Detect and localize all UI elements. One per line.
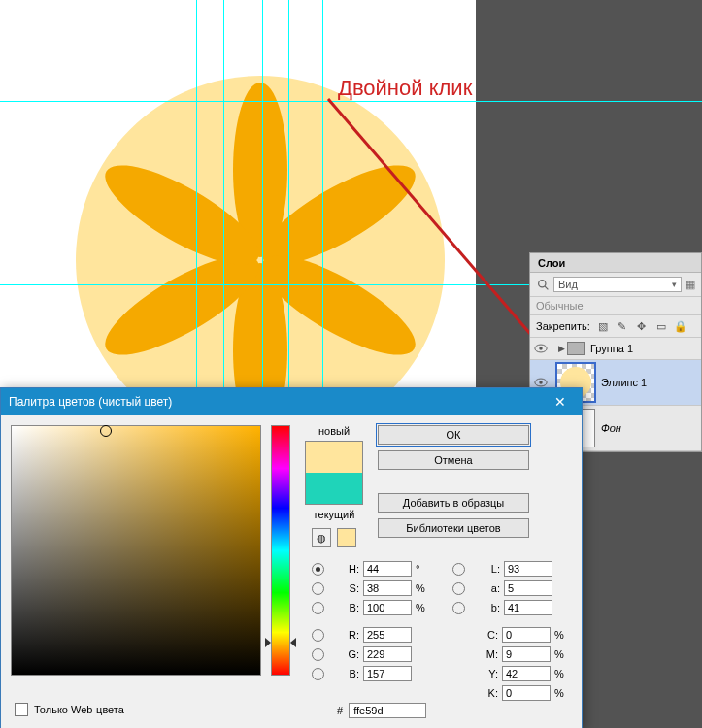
hex-input[interactable]: ffe59d xyxy=(349,703,426,718)
layer-group[interactable]: ▶ Группа 1 xyxy=(530,338,701,360)
dialog-titlebar[interactable]: Палитра цветов (чистый цвет) ✕ xyxy=(1,388,582,415)
dialog-title: Палитра цветов (чистый цвет) xyxy=(9,395,172,409)
radio-b2[interactable] xyxy=(452,602,465,614)
k-input[interactable]: 0 xyxy=(502,685,551,701)
color-field[interactable] xyxy=(11,425,261,676)
guide-h[interactable] xyxy=(0,101,476,102)
swatch-new-label: новый xyxy=(318,425,350,437)
chevron-down-icon: ▾ xyxy=(672,280,677,289)
folder-icon xyxy=(567,342,585,355)
svg-point-8 xyxy=(538,280,545,286)
lock-move-icon[interactable]: ✥ xyxy=(635,319,649,333)
guide-v[interactable] xyxy=(262,0,263,398)
radio-s[interactable] xyxy=(312,582,324,595)
layers-filter-label: Вид xyxy=(558,279,578,290)
filter-kind-icon[interactable]: ▦ xyxy=(685,279,695,291)
h-input[interactable]: 44 xyxy=(363,561,412,577)
disclosure-triangle-icon[interactable]: ▶ xyxy=(558,344,565,353)
artboard[interactable] xyxy=(0,0,476,398)
artwork-lemon xyxy=(0,0,476,398)
guide-v[interactable] xyxy=(322,0,323,398)
close-icon[interactable]: ✕ xyxy=(547,394,574,410)
color-picker-dialog: Палитра цветов (чистый цвет) ✕ новый тек… xyxy=(0,387,583,728)
lock-all-icon[interactable]: 🔒 xyxy=(674,319,687,333)
new-color-swatch[interactable] xyxy=(306,442,362,473)
layers-tab[interactable]: Слои xyxy=(530,253,701,273)
guide-v[interactable] xyxy=(196,0,197,398)
lock-artboard-icon[interactable]: ▭ xyxy=(654,319,668,333)
layer-label[interactable]: Группа 1 xyxy=(588,343,701,354)
ok-button[interactable]: ОК xyxy=(378,425,529,445)
radio-b[interactable] xyxy=(312,602,324,614)
swatch-current-label: текущий xyxy=(314,509,355,520)
b-lab-input[interactable]: 41 xyxy=(504,600,552,615)
s-input[interactable]: 38 xyxy=(363,580,412,596)
add-swatch-button[interactable]: Добавить в образцы xyxy=(378,493,529,513)
cancel-button[interactable]: Отмена xyxy=(378,450,529,470)
visibility-toggle[interactable] xyxy=(530,338,552,359)
guide-h-ext xyxy=(476,101,702,102)
radio-h[interactable] xyxy=(312,563,324,576)
layers-filter-dropdown[interactable]: Вид ▾ xyxy=(553,277,682,292)
canvas-area: Двойной клик xyxy=(0,0,524,417)
search-icon[interactable] xyxy=(536,278,550,291)
annotation-text: Двойной клик xyxy=(338,76,472,101)
guide-h[interactable] xyxy=(0,284,476,285)
websafe-swatch[interactable] xyxy=(337,528,356,547)
svg-point-11 xyxy=(539,347,543,350)
web-only-checkbox[interactable] xyxy=(15,703,28,716)
radio-g[interactable] xyxy=(312,648,324,661)
lock-transparency-icon[interactable]: ▧ xyxy=(596,319,610,333)
cube-icon[interactable]: ◍ xyxy=(312,528,331,547)
radio-a[interactable] xyxy=(452,582,465,595)
color-swatches xyxy=(305,441,363,505)
radio-r[interactable] xyxy=(312,629,324,642)
a-input[interactable]: 5 xyxy=(504,580,552,596)
current-color-swatch[interactable] xyxy=(306,473,362,504)
m-input[interactable]: 9 xyxy=(502,646,551,662)
hue-handle-icon[interactable] xyxy=(290,638,296,647)
guide-v[interactable] xyxy=(223,0,224,398)
y-input[interactable]: 42 xyxy=(502,666,551,681)
c-input[interactable]: 0 xyxy=(502,627,551,643)
g-input[interactable]: 229 xyxy=(363,646,412,662)
radio-bb[interactable] xyxy=(312,668,324,680)
b-rgb-input[interactable]: 157 xyxy=(363,666,412,681)
color-field-cursor[interactable] xyxy=(100,425,112,437)
layer-label[interactable]: Эллипс 1 xyxy=(599,377,701,388)
layer-label[interactable]: Фон xyxy=(599,422,701,434)
b-hsb-input[interactable]: 100 xyxy=(363,600,412,615)
color-fields: H:44° S:38% B:100% R:255 G:229 B:157 L:9… xyxy=(312,561,570,701)
lock-brush-icon[interactable]: ✎ xyxy=(616,319,629,333)
hue-slider[interactable] xyxy=(271,425,290,676)
hue-handle-icon[interactable] xyxy=(265,638,271,647)
radio-l[interactable] xyxy=(452,563,465,576)
r-input[interactable]: 255 xyxy=(363,627,412,643)
hex-prefix: # xyxy=(337,705,343,716)
guide-v[interactable] xyxy=(288,0,289,398)
svg-point-13 xyxy=(539,381,543,384)
lock-label: Закрепить: xyxy=(536,320,590,332)
svg-line-9 xyxy=(545,286,548,289)
color-libraries-button[interactable]: Библиотеки цветов xyxy=(378,518,529,538)
web-only-label: Только Web-цвета xyxy=(34,704,124,715)
l-input[interactable]: 93 xyxy=(504,561,552,577)
blend-mode-dropdown[interactable]: Обычные xyxy=(530,297,701,315)
